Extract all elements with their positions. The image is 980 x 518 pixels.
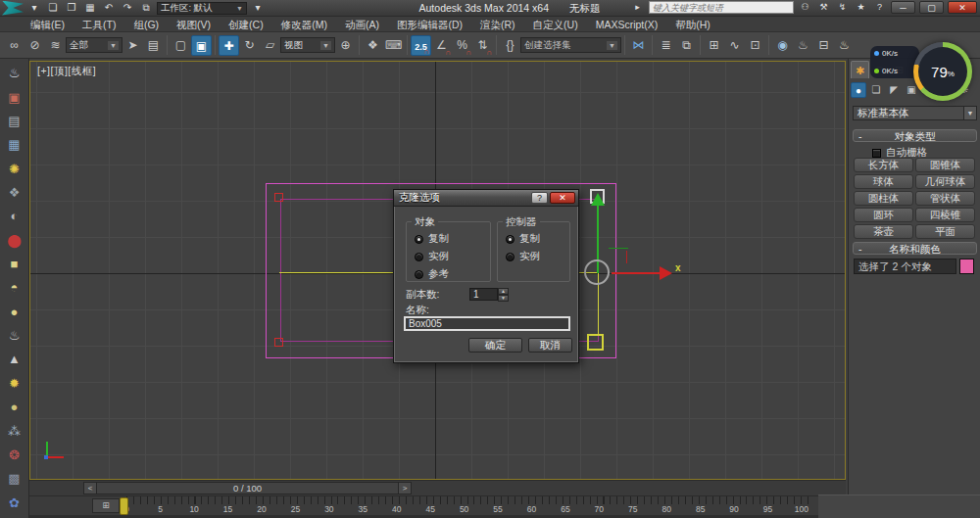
region-select-icon[interactable]: ▢ <box>171 35 191 56</box>
maximize-button[interactable]: ▢ <box>919 1 944 14</box>
named-selection-sets-icon[interactable]: {} <box>500 35 520 56</box>
percent-snap-icon[interactable]: %∩ <box>452 35 472 56</box>
spreadsheet-icon[interactable]: ▦ <box>3 134 26 156</box>
radio-icon[interactable] <box>415 253 423 261</box>
molecule-icon[interactable]: ❂ <box>3 445 26 466</box>
select-link-icon[interactable]: ∞ <box>4 35 24 56</box>
tube-button[interactable]: 管状体 <box>915 191 975 206</box>
time-slider[interactable]: < 0 / 100 > <box>83 482 412 494</box>
sub-shapes-icon[interactable]: ❏ <box>868 82 884 98</box>
radio-icon[interactable] <box>506 235 514 244</box>
workspace-combo[interactable]: 工作区: 默认 ▼ <box>157 2 247 15</box>
angle-snap-icon[interactable]: ∠∩ <box>431 35 452 56</box>
autogrid-checkbox[interactable] <box>872 149 881 158</box>
snap-toggle-icon[interactable]: 2.5∩ <box>411 35 431 56</box>
current-frame-display[interactable]: 0 / 100 <box>97 482 398 494</box>
space-warp-icon[interactable]: ▩ <box>3 468 26 490</box>
align-icon[interactable]: ≣ <box>656 35 676 56</box>
tab-create[interactable]: ✱ <box>851 61 869 78</box>
select-manipulate-icon[interactable]: ❖ <box>363 35 383 56</box>
time-marker[interactable] <box>120 497 128 515</box>
sub-geometry-icon[interactable]: ● <box>851 82 866 98</box>
red-cameras-icon[interactable]: ⬤ <box>3 230 26 252</box>
move-tool-icon[interactable]: ✚ <box>219 35 239 56</box>
search-input[interactable] <box>649 1 794 14</box>
menu-maxscript[interactable]: MAXScript(X) <box>587 17 667 32</box>
gizmo-x-axis[interactable] <box>612 272 660 274</box>
radio-icon[interactable] <box>415 235 423 244</box>
object-type-rollout[interactable]: - 对象类型 <box>853 129 977 142</box>
cancel-button[interactable]: 取消 <box>528 338 572 353</box>
keyboard-override-icon[interactable]: ⌨ <box>383 35 404 56</box>
radio-controller-instance[interactable]: 实例 <box>506 250 540 263</box>
cylinder-button[interactable]: 圆柱体 <box>854 191 913 206</box>
object-color-swatch[interactable] <box>959 259 974 274</box>
menu-rendering[interactable]: 渲染(R) <box>471 17 524 32</box>
selection-filter-combo[interactable]: 全部 ▼ <box>66 37 122 53</box>
cone-primitive-icon[interactable]: ▲ <box>3 349 26 370</box>
spinner-snap-icon[interactable]: ⇅∩ <box>472 35 493 56</box>
copies-value[interactable]: 1 <box>469 288 498 301</box>
prev-frame-button[interactable]: < <box>83 482 97 494</box>
box-button[interactable]: 长方体 <box>854 158 913 172</box>
list-view-icon[interactable]: ▤ <box>3 111 26 132</box>
sphere-button[interactable]: 球体 <box>854 174 913 189</box>
favorites-icon[interactable]: ★ <box>854 1 868 14</box>
sub-lights-icon[interactable]: ◤ <box>886 82 902 98</box>
rendered-frame-icon[interactable]: ⊟ <box>813 35 834 56</box>
help-icon[interactable]: ? <box>872 1 887 14</box>
close-button[interactable]: ✕ <box>948 1 977 14</box>
use-center-icon[interactable]: ⊕ <box>335 35 356 56</box>
teapot-icon[interactable]: ♨ <box>3 63 26 84</box>
workspace-flyout-icon[interactable]: ▾ <box>250 1 266 15</box>
material-editor-icon[interactable]: ◉ <box>772 35 793 56</box>
window-crossing-icon[interactable]: ▣ <box>191 35 212 56</box>
dialog-close-button[interactable]: ✕ <box>550 192 575 204</box>
menu-group[interactable]: 组(G) <box>124 17 168 32</box>
selection-set-combo[interactable]: 创建选择集 ▼ <box>520 37 621 53</box>
name-color-rollout[interactable]: - 名称和颜色 <box>853 242 977 255</box>
render-window-icon[interactable]: ▣ <box>3 87 26 109</box>
new-file-button[interactable]: ❏ <box>45 1 61 15</box>
save-file-button[interactable]: ▦ <box>82 1 98 15</box>
bind-spacewarp-icon[interactable]: ≋ <box>45 35 66 56</box>
radio-object-reference[interactable]: 参考 <box>415 267 449 281</box>
max-logo-button[interactable] <box>2 1 24 16</box>
search-flyout-icon[interactable]: ▸ <box>630 1 645 14</box>
radio-object-copy[interactable]: 复制 <box>415 232 449 246</box>
sphere-primitive-icon[interactable]: ● <box>3 302 26 323</box>
undo-button[interactable]: ↶ <box>101 1 117 15</box>
viewport-label[interactable]: [+][顶][线框] <box>37 65 96 78</box>
dialog-help-button[interactable]: ? <box>531 192 548 204</box>
mini-curve-editor-button[interactable]: ⊞ <box>92 498 120 513</box>
subscription-icon[interactable]: ⚒ <box>816 1 831 14</box>
open-file-button[interactable]: ❐ <box>64 1 79 15</box>
unlink-icon[interactable]: ⊘ <box>24 35 45 56</box>
communication-icon[interactable]: ↯ <box>835 1 850 14</box>
menu-help[interactable]: 帮助(H) <box>666 17 719 32</box>
radio-icon[interactable] <box>506 253 514 261</box>
minimize-button[interactable]: ─ <box>891 1 915 14</box>
scale-tool-icon[interactable]: ▱ <box>260 35 280 56</box>
search-icon[interactable]: ⚇ <box>798 1 812 14</box>
primitive-category-dropdown[interactable]: 标准基本体 ▼ <box>853 106 977 120</box>
menu-modifiers[interactable]: 修改器(M) <box>272 17 336 32</box>
geosphere-icon[interactable]: ● <box>3 397 26 418</box>
shaded-sphere-icon[interactable]: ◐ <box>3 206 26 227</box>
camera-tool-icon[interactable]: ❖ <box>3 182 26 204</box>
gizmo-center-circle[interactable] <box>584 259 610 285</box>
performance-gauge[interactable]: 79% <box>913 42 972 101</box>
schematic-view-icon[interactable]: ⊡ <box>745 35 765 56</box>
reference-coord-combo[interactable]: 视图 ▼ <box>280 37 335 53</box>
trackbar-ruler[interactable]: 0510152025303540455055606570758085909510… <box>122 496 818 516</box>
render-production-icon[interactable]: ♨ <box>834 35 855 56</box>
sun-light-icon[interactable]: ✹ <box>3 373 26 395</box>
radio-object-instance[interactable]: 实例 <box>415 250 449 263</box>
systems-flower-icon[interactable]: ✿ <box>3 493 26 514</box>
menu-customize[interactable]: 自定义(U) <box>524 17 587 32</box>
layer-manager-icon[interactable]: ⧉ <box>676 35 697 56</box>
select-object-icon[interactable]: ➤ <box>122 35 143 56</box>
menu-views[interactable]: 视图(V) <box>168 17 220 32</box>
object-name-field[interactable]: 选择了 2 个对象 <box>854 259 956 274</box>
scene-explorer-icon[interactable]: ⊞ <box>704 35 724 56</box>
